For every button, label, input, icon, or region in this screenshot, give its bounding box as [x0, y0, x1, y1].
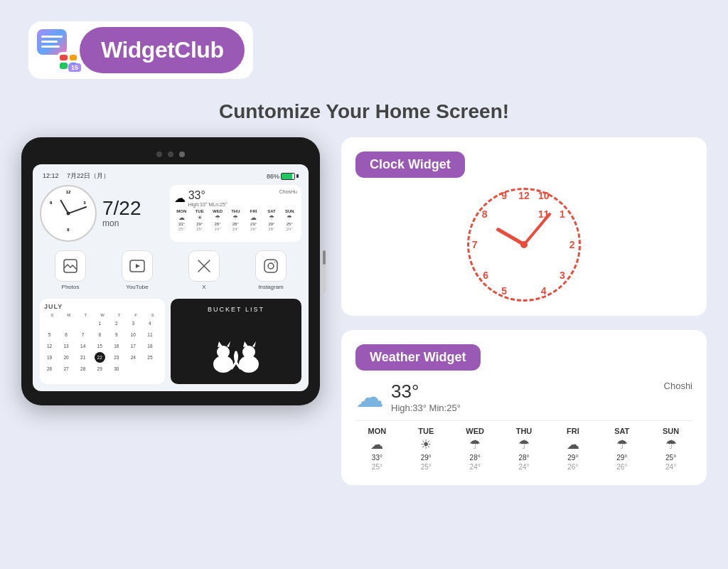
screen-icon-sat: ☂ — [269, 214, 274, 221]
clock-9: 9 — [501, 190, 507, 201]
screen-low-thu: 24° — [232, 227, 239, 231]
brand-pill: WidgetClub — [80, 27, 245, 73]
svg-marker-9 — [227, 341, 230, 347]
f-high-thu: 28° — [518, 454, 529, 462]
cal-day-20: 20 — [61, 352, 72, 363]
cal-day-14: 14 — [77, 341, 88, 351]
status-time-date: 12:12 7月22日（月） — [43, 171, 109, 181]
f-day-mon: MON — [368, 427, 387, 435]
svg-point-4 — [268, 263, 274, 269]
weather-temp-group: 33° High:33° Min:25° — [391, 381, 461, 413]
weather-range: High:33° Min:25° — [391, 403, 461, 413]
f-day-sun: SUN — [663, 427, 679, 435]
f-day-tue: TUE — [418, 427, 434, 435]
screen-minute-hand — [68, 206, 87, 214]
battery-bar — [281, 173, 295, 180]
tagline: Cuntomize Your Home Screen! — [0, 100, 728, 123]
logo-container: 15 WidgetClub — [28, 21, 253, 79]
screen-temp-big: 33° — [188, 189, 228, 202]
f-low-tue: 25° — [421, 463, 432, 471]
screen-day-wed: WED — [213, 209, 223, 213]
screen-status-bar: 12:12 7月22日（月） 86% — [40, 171, 301, 181]
ios-badge: 15 — [68, 63, 81, 72]
clock-12: 12 — [518, 190, 530, 201]
analog-clock: 12 1 2 3 4 5 6 7 8 9 10 11 — [467, 188, 581, 302]
clock-widget-label: Clock Widget — [355, 151, 465, 178]
cal-day-18: 18 — [144, 341, 155, 351]
screen-date-day: mon — [102, 218, 164, 228]
cal-empty-1 — [44, 318, 55, 329]
cal-day-12: 12 — [44, 341, 55, 351]
forecast-col-sat: SAT ☂ 29° 26° — [600, 427, 643, 471]
youtube-icon — [129, 257, 146, 275]
cal-header-t1: T — [77, 313, 94, 317]
app-x[interactable]: X — [173, 250, 235, 290]
cal-header-f: F — [128, 313, 144, 317]
screen-forecast-sat: SAT ☂ 29° 26° — [264, 209, 279, 231]
clock-7: 7 — [472, 239, 478, 250]
screen-weather-widget: ☁ 33° High:33° MLn:25° ChosHu MON ☁ — [170, 185, 301, 242]
screen-icon-mon: ☁ — [178, 214, 185, 221]
svg-point-7 — [217, 346, 230, 358]
screen-forecast-mon: MON ☁ 33° 25° — [174, 209, 189, 231]
app-photos[interactable]: Photos — [40, 250, 101, 290]
cal-day-6: 6 — [61, 329, 72, 340]
dot-red — [60, 55, 68, 61]
screen-low-fri: 26° — [250, 227, 257, 231]
clock-num-6: 6 — [67, 228, 69, 232]
cal-day-19: 19 — [44, 352, 55, 363]
dot-yellow — [70, 55, 77, 61]
cal-day-22-today: 22 — [95, 352, 105, 363]
screen-widgets-row: 12 3 6 9 7/22 mon ☁ — [40, 185, 301, 242]
screen-high-mon: 33° — [178, 222, 185, 226]
f-low-fri: 26° — [567, 463, 578, 471]
screen-icon-fri: ☁ — [250, 214, 257, 221]
cal-day-15: 15 — [95, 341, 105, 351]
weather-preview: ☁ 33° High:33° Min:25° Choshi MON ☁ 33° … — [355, 381, 692, 471]
screen-forecast-fri: FRI ☁ 29° 26° — [246, 209, 261, 231]
screen-high-sat: 29° — [268, 222, 274, 226]
screen-weather-top: ☁ 33° High:33° MLn:25° ChosHu — [174, 189, 297, 207]
app-youtube[interactable]: YouTube — [107, 250, 168, 290]
forecast-col-sun: SUN ☂ 25° 24° — [649, 427, 692, 471]
screen-forecast: MON ☁ 33° 25° TUE ☀ 29° 25° WED — [174, 209, 297, 231]
svg-rect-3 — [264, 260, 277, 272]
f-low-mon: 25° — [372, 463, 382, 471]
clock-2: 2 — [569, 239, 575, 250]
screen-high-sun: 25° — [287, 222, 293, 226]
brand-name: WidgetClub — [101, 37, 223, 63]
screen-day-sun: SUN — [285, 209, 294, 213]
screen-clock-center — [67, 212, 70, 216]
logo-dots: 15 — [57, 52, 80, 72]
screen-icon-sun: ☂ — [287, 214, 292, 221]
forecast-col-thu: THU ☂ 28° 24° — [503, 427, 546, 471]
forecast-col-wed: WED ☂ 28° 24° — [454, 427, 497, 471]
cal-day-26: 26 — [44, 363, 55, 374]
camera-dot-1 — [156, 151, 162, 157]
camera-dot-2 — [168, 151, 173, 157]
ipad-screen: 12:12 7月22日（月） 86% 12 3 6 9 — [33, 164, 309, 391]
screen-day-thu: THU — [231, 209, 240, 213]
app-instagram[interactable]: Instagram — [240, 250, 301, 290]
cal-month: JULY — [44, 303, 161, 310]
cal-day-28: 28 — [77, 363, 88, 374]
svg-marker-12 — [243, 341, 248, 347]
clock-minute-hand — [523, 212, 551, 245]
logo-line-1 — [41, 36, 63, 38]
cal-header-s2: S — [144, 313, 161, 317]
screen-cloud-icon: ☁ — [174, 191, 186, 205]
ipad-mockup: 12:12 7月22日（月） 86% 12 3 6 9 — [21, 137, 320, 405]
clock-8: 8 — [482, 208, 488, 220]
clock-num-12: 12 — [66, 190, 71, 194]
screen-icon-tue: ☀ — [197, 214, 203, 221]
f-icon-wed: ☂ — [469, 437, 481, 452]
weather-left: ☁ 33° High:33° Min:25° — [355, 381, 461, 413]
screen-bottom: JULY S M T W T F S 1 2 3 — [40, 299, 301, 384]
scroll-indicator[interactable] — [323, 250, 326, 293]
cal-day-2: 2 — [111, 318, 122, 329]
svg-point-5 — [274, 262, 276, 263]
screen-temp-info: 33° High:33° MLn:25° — [188, 189, 228, 207]
weather-widget-card: Weather Widget ☁ 33° High:33° Min:25° Ch… — [341, 330, 707, 485]
screen-location: ChosHu — [279, 189, 297, 194]
cal-day-27: 27 — [61, 363, 72, 374]
